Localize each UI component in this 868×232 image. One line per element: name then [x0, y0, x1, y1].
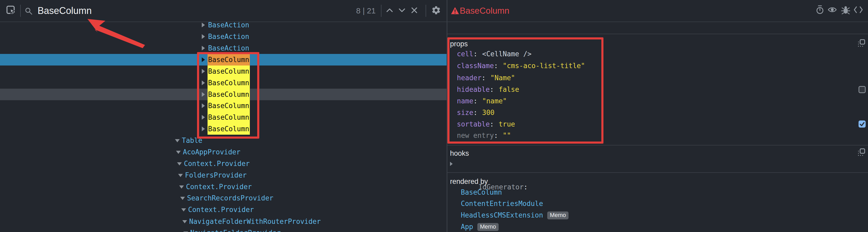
- component-tree-panel: BaseColumn 8 | 21: [0, 0, 446, 232]
- props-section-heading: props: [450, 40, 468, 48]
- tree-row[interactable]: NavigateFolderWithRouterProvider: [0, 216, 446, 227]
- tree-row-selected[interactable]: BaseColumn: [0, 54, 446, 65]
- clear-search-button[interactable]: [408, 5, 420, 17]
- expand-triangle-icon[interactable]: [202, 115, 205, 120]
- prop-value[interactable]: true: [499, 120, 515, 128]
- tree-row[interactable]: Context.Provider: [0, 204, 446, 215]
- prop-value[interactable]: 300: [482, 109, 494, 117]
- collapse-triangle-icon[interactable]: [178, 174, 183, 177]
- rendered-by-item: ContentEntriesModule: [461, 198, 543, 209]
- prop-value[interactable]: false: [499, 86, 519, 93]
- collapse-triangle-icon[interactable]: [181, 208, 186, 211]
- collapse-triangle-icon[interactable]: [182, 220, 187, 223]
- memo-badge: Memo: [547, 211, 568, 220]
- tree-row[interactable]: AcoAppProvider: [0, 146, 446, 158]
- inspect-element-button[interactable]: [5, 5, 17, 17]
- section-divider: [447, 172, 868, 173]
- prop-row: name:"name": [457, 95, 507, 107]
- expand-triangle-icon[interactable]: [202, 92, 205, 97]
- tree-row[interactable]: Table: [0, 135, 446, 146]
- prop-row: header:"Name": [457, 72, 515, 84]
- hooks-section-heading: hooks: [450, 149, 469, 157]
- rendered-by-item: AppMemo: [461, 221, 499, 232]
- tree-row[interactable]: BaseColumn: [0, 123, 446, 135]
- prop-row: sortable:true: [457, 118, 515, 130]
- collapse-triangle-icon[interactable]: [180, 197, 185, 200]
- owner-link[interactable]: HeadlessCMSExtension: [461, 211, 543, 219]
- tree-row[interactable]: NavigateFolderProvider: [0, 227, 446, 232]
- prop-value[interactable]: "Name": [491, 74, 515, 82]
- expand-triangle-icon[interactable]: [202, 104, 205, 108]
- expand-triangle-icon[interactable]: [202, 57, 205, 62]
- collapse-triangle-icon[interactable]: [176, 151, 181, 154]
- memo-badge: Memo: [477, 223, 499, 231]
- expand-triangle-icon[interactable]: [202, 23, 205, 27]
- inspected-element-panel: BaseColumn: [447, 0, 868, 232]
- log-component-data-button[interactable]: [840, 4, 851, 16]
- bug-icon: [841, 5, 850, 16]
- inspected-element-title: BaseColumn: [460, 0, 509, 22]
- tree-row[interactable]: BaseAction: [0, 31, 446, 42]
- expand-triangle-icon[interactable]: [202, 46, 205, 51]
- inspect-dom-button[interactable]: [827, 4, 838, 16]
- search-results-count: 8 | 21: [349, 0, 376, 22]
- view-source-button[interactable]: [852, 4, 864, 16]
- expand-triangle-icon[interactable]: [202, 81, 205, 85]
- close-icon: [411, 7, 418, 15]
- prop-value[interactable]: <CellName />: [482, 50, 531, 58]
- collapse-triangle-icon[interactable]: [175, 139, 180, 142]
- rendered-by-item: BaseColumn: [461, 186, 502, 198]
- hideable-checkbox[interactable]: [859, 86, 866, 93]
- chevron-up-icon: [386, 8, 393, 14]
- prop-row: className:"cms-aco-list-title": [457, 60, 585, 71]
- hook-row[interactable]: IdGenerator:: [454, 158, 528, 170]
- expand-triangle-icon[interactable]: [202, 34, 205, 39]
- prop-row-new-entry: new entry:"": [457, 130, 511, 141]
- tree-row[interactable]: BaseColumn: [0, 77, 446, 89]
- component-tree: BaseAction BaseAction BaseAction BaseCol…: [0, 22, 446, 232]
- tree-row[interactable]: BaseColumn: [0, 112, 446, 123]
- gear-icon: [431, 5, 441, 16]
- owner-link[interactable]: App: [461, 223, 473, 231]
- tree-row[interactable]: Context.Provider: [0, 181, 446, 193]
- copy-props-icon[interactable]: [857, 39, 866, 47]
- section-divider: [447, 34, 868, 34]
- rendered-by-section-heading: rendered by: [450, 178, 488, 186]
- prop-value[interactable]: "name": [482, 97, 507, 105]
- eye-icon: [827, 5, 837, 15]
- toolbar-divider: [381, 5, 381, 17]
- tree-row[interactable]: BaseAction: [0, 42, 446, 54]
- tree-row[interactable]: Context.Provider: [0, 158, 446, 169]
- owner-link[interactable]: BaseColumn: [461, 188, 502, 196]
- inspected-element-title-bar: BaseColumn: [447, 0, 868, 22]
- tree-row[interactable]: BaseColumn: [0, 100, 446, 112]
- tree-row[interactable]: SearchRecordsProvider: [0, 192, 446, 204]
- prop-value[interactable]: "cms-aco-list-title": [503, 62, 585, 70]
- tree-row[interactable]: FoldersProvider: [0, 169, 446, 181]
- collapse-triangle-icon[interactable]: [177, 162, 182, 166]
- toolbar-divider: [20, 5, 21, 17]
- next-result-button[interactable]: [396, 5, 408, 17]
- chevron-down-icon: [398, 8, 406, 14]
- expand-triangle-icon[interactable]: [450, 162, 453, 166]
- expand-triangle-icon[interactable]: [202, 69, 205, 74]
- copy-hooks-icon[interactable]: [857, 148, 866, 156]
- tree-row[interactable]: BaseAction: [0, 22, 446, 31]
- previous-result-button[interactable]: [384, 5, 395, 17]
- tree-row-hovered[interactable]: BaseColumn: [0, 89, 446, 100]
- collapse-triangle-icon[interactable]: [179, 185, 184, 188]
- owner-link[interactable]: ContentEntriesModule: [461, 200, 543, 207]
- sortable-checkbox[interactable]: [859, 120, 866, 127]
- stopwatch-icon: [815, 5, 825, 16]
- expand-triangle-icon[interactable]: [202, 126, 205, 131]
- profiler-button[interactable]: [814, 4, 826, 16]
- react-devtools-components-panel: BaseColumn 8 | 21: [0, 0, 868, 232]
- search-input[interactable]: BaseColumn: [37, 0, 92, 22]
- prop-value-new-entry[interactable]: "": [503, 132, 511, 139]
- tree-row[interactable]: BaseColumn: [0, 65, 446, 77]
- settings-button[interactable]: [430, 5, 442, 17]
- prop-row: cell:<CellName />: [457, 48, 531, 60]
- prop-row: hideable:false: [457, 84, 519, 95]
- error-warning-triangle-icon: [451, 7, 459, 16]
- toolbar-divider: [426, 5, 426, 17]
